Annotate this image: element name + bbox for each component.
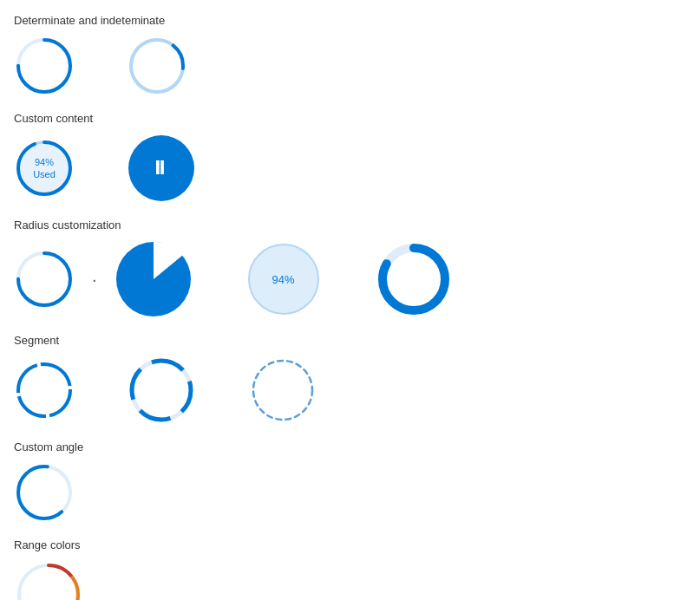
svg-point-13	[18, 364, 70, 416]
svg-point-21	[19, 565, 78, 600]
section-label-determinate: Determinate and indeteminate	[14, 14, 686, 27]
svg-point-16	[253, 361, 312, 420]
section-segment: Segment	[14, 334, 686, 425]
segment-row	[14, 355, 686, 425]
svg-point-19	[19, 565, 78, 600]
svg-point-20	[19, 565, 78, 600]
dot-separator: ·	[92, 270, 97, 290]
section-label-radius: Radius customization	[14, 218, 686, 232]
custom-angle-row	[14, 462, 686, 523]
svg-point-23	[19, 565, 78, 600]
section-custom-angle: Custom angle	[14, 440, 686, 523]
radius-percent-label: 94%	[272, 273, 295, 286]
custom-text-overlay: 94% Used	[33, 156, 56, 181]
radius-small-circle	[14, 249, 75, 310]
section-label-range: Range colors	[14, 538, 686, 551]
range-colors-row	[14, 560, 686, 600]
svg-point-22	[19, 565, 78, 600]
determinate-circle	[14, 36, 75, 96]
segment-circle-2	[127, 355, 196, 425]
radius-medium-circle: 94%	[245, 240, 323, 318]
custom-content-circle-text: 94% Used	[14, 138, 75, 199]
custom-content-row: 94% Used ⏸	[14, 134, 686, 203]
section-range-colors: Range colors	[14, 538, 686, 600]
custom-content-circle-pause: ⏸	[127, 134, 196, 203]
range-colors-circle	[14, 560, 83, 600]
segment-circle-dashed	[248, 355, 317, 425]
section-label-angle: Custom angle	[14, 440, 686, 453]
svg-point-15	[132, 361, 191, 420]
indeterminate-circle	[127, 36, 187, 96]
custom-percent: 94%	[33, 156, 56, 168]
custom-angle-circle	[14, 462, 75, 523]
section-label-custom: Custom content	[14, 112, 686, 125]
radius-row: · 94%	[14, 240, 686, 318]
section-determinate: Determinate and indeteminate	[14, 14, 686, 96]
section-label-segment: Segment	[14, 334, 686, 347]
custom-used: Used	[33, 168, 56, 180]
segment-circle-1	[14, 360, 75, 421]
pause-icon: ⏸	[150, 157, 173, 179]
svg-point-24	[19, 565, 78, 600]
radius-large-ring	[375, 240, 453, 318]
determinate-row	[14, 36, 686, 96]
radius-large-circle	[114, 240, 193, 318]
section-custom-content: Custom content 94% Used ⏸	[14, 112, 686, 203]
section-radius: Radius customization · 94%	[14, 218, 686, 318]
